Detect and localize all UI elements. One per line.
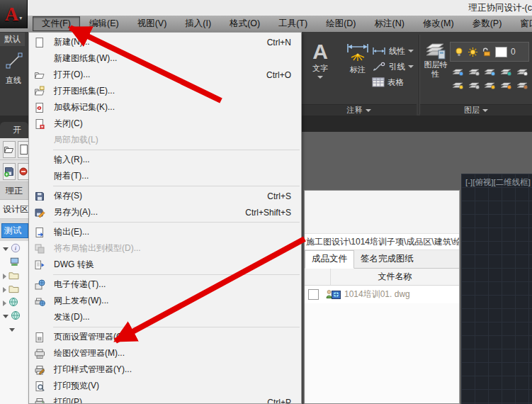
tree-node-3[interactable] — [0, 283, 28, 296]
annotate-panel-label[interactable]: 注释 — [301, 104, 417, 116]
chevron-down-icon — [366, 109, 371, 112]
menu-separator — [53, 327, 300, 327]
menu-item-18[interactable]: 电子传递(T)... — [29, 276, 301, 293]
layer-state-control[interactable]: 0 — [450, 42, 529, 62]
menu-item-19[interactable]: 网上发布(W)... — [29, 293, 301, 309]
tree-node-2[interactable] — [0, 269, 28, 283]
layer-panel-label[interactable]: 图层 — [420, 104, 532, 116]
tree-collapsed-icon[interactable] — [3, 301, 6, 306]
menu-item-8[interactable]: 输入(R)... — [29, 152, 301, 168]
menubar-item-8[interactable]: 修改(M) — [414, 16, 463, 31]
menu-bar: 文件(F)编辑(E)视图(V)插入(I)格式(O)工具(T)绘图(D)标注(N)… — [0, 16, 532, 32]
layer-tool-icon-6[interactable] — [466, 79, 482, 90]
current-layer-name: 0 — [511, 47, 516, 57]
line-tool-icon[interactable] — [5, 52, 28, 73]
layer-color-swatch — [495, 47, 507, 57]
menu-item-23[interactable]: 绘图仪管理器(M)... — [29, 345, 301, 361]
file-row-0[interactable]: 1014培训01. dwg — [305, 286, 459, 303]
menubar-item-9[interactable]: 参数(P) — [463, 16, 511, 31]
tree-expanded-icon[interactable] — [9, 328, 15, 332]
layer-tool-icon-5[interactable] — [450, 79, 466, 90]
save-add-button[interactable] — [3, 163, 16, 180]
menu-item-label: 输入(R)... — [54, 154, 90, 166]
menu-item-4[interactable]: 加载标记集(K)... — [29, 99, 301, 116]
menu-item-20[interactable]: 发送(D)... — [29, 309, 301, 325]
tree-node-1[interactable] — [0, 256, 28, 269]
menu-item-14[interactable]: 输出(E)... — [29, 224, 301, 240]
viewport-controls[interactable]: [-][俯视][二维线框] — [461, 174, 532, 188]
menu-item-15: 将布局输出到模型(D)... — [29, 240, 301, 257]
tree-collapsed-icon[interactable] — [3, 287, 6, 293]
tree-node-5[interactable] — [0, 310, 28, 323]
menubar-item-1[interactable]: 编辑(E) — [80, 16, 128, 31]
panel-tab-1[interactable]: 签名完成图纸 — [354, 251, 420, 268]
menu-item-12[interactable]: 另存为(A)...Ctrl+Shift+S — [29, 204, 301, 220]
chevron-down-icon — [408, 65, 414, 68]
menubar-item-0[interactable]: 文件(F) — [33, 16, 80, 31]
menu-item-25[interactable]: 打印预览(V) — [29, 378, 301, 394]
text-A-icon: A — [312, 40, 328, 63]
layer-tool-icon-1[interactable] — [466, 66, 482, 77]
left-side-strip: 开 理正 设计区 测试 i — [0, 116, 28, 404]
selected-tree-node[interactable]: 测试 — [1, 223, 28, 238]
table-button[interactable]: 表格 — [372, 76, 414, 89]
layout-model-icon — [34, 243, 48, 254]
tree-expanded-icon[interactable] — [3, 315, 9, 318]
filename-column-header: 文件名称 — [331, 271, 459, 283]
layer-tool-icon-0[interactable] — [450, 66, 466, 77]
layer-tool-icon-4[interactable] — [514, 66, 531, 77]
dimension-button[interactable]: 标注 — [345, 42, 370, 75]
app-logo[interactable]: A▾ — [0, 0, 28, 28]
start-tab[interactable]: 开 — [0, 122, 28, 138]
menu-item-11[interactable]: 保存(S)Ctrl+S — [29, 188, 301, 204]
panel-tab-0[interactable]: 成品文件 — [305, 250, 354, 269]
folder-sheet-icon — [34, 86, 48, 97]
web-publish-icon — [34, 296, 48, 307]
menu-item-24[interactable]: 打印样式管理器(Y)... — [29, 361, 301, 378]
menu-item-5[interactable]: 关闭(C) — [29, 116, 301, 132]
block-red-button[interactable] — [18, 163, 28, 180]
export-icon — [34, 227, 48, 238]
ribbon-tab-default[interactable]: 默认 — [0, 33, 25, 46]
tree-node-4[interactable] — [0, 296, 28, 310]
menu-separator — [53, 186, 300, 186]
file-checkbox[interactable] — [308, 289, 319, 300]
menu-item-label: 输出(E)... — [54, 226, 89, 238]
tree-node-0[interactable]: i — [0, 242, 28, 256]
layer-tool-icon-8[interactable] — [498, 79, 514, 90]
menu-item-0[interactable]: 新建(N)...Ctrl+N — [29, 34, 301, 50]
leader-button[interactable]: 引线 — [372, 60, 414, 73]
layer-tool-icon-2[interactable] — [482, 66, 499, 77]
tree-node-6[interactable] — [0, 323, 28, 337]
menu-item-22[interactable]: 页面设置管理器(G) — [29, 329, 301, 345]
layer-tool-icon-7[interactable] — [482, 79, 499, 90]
layer-properties-label: 图层特性 — [424, 60, 448, 79]
menu-item-16[interactable]: DWG 转换 — [29, 257, 301, 273]
menubar-item-6[interactable]: 绘图(D) — [317, 16, 365, 31]
menu-item-26[interactable]: 打印(P)...Ctrl+P — [29, 394, 301, 404]
menubar-item-3[interactable]: 插入(I) — [176, 16, 220, 31]
layer-tool-icon-3[interactable] — [498, 66, 514, 77]
open-folder-button[interactable] — [3, 141, 16, 158]
blank-icon — [34, 135, 48, 146]
layer-tool-icon-9[interactable] — [514, 79, 531, 90]
print-preview-icon — [34, 381, 48, 392]
tree-expanded-icon[interactable] — [3, 247, 9, 251]
layer-properties-button[interactable]: 图层特性 — [423, 42, 448, 79]
menubar-item-7[interactable]: 标注(N) — [366, 16, 414, 31]
menubar-item-10[interactable]: 窗口(W) — [511, 16, 532, 31]
drawing-viewport[interactable]: [-][俯视][二维线框] — [461, 174, 532, 404]
menubar-item-2[interactable]: 视图(V) — [128, 16, 176, 31]
text-button[interactable]: A 文字 — [312, 40, 328, 79]
menubar-item-5[interactable]: 工具(T) — [269, 16, 317, 31]
menu-item-9[interactable]: 附着(T)... — [29, 168, 301, 184]
menu-item-1[interactable]: 新建图纸集(W)... — [29, 50, 301, 67]
menu-item-2[interactable]: 打开(O)...Ctrl+O — [29, 67, 301, 83]
design-area-tab[interactable]: 设计区 — [0, 200, 28, 219]
tree-collapsed-icon[interactable] — [3, 274, 6, 279]
menubar-item-4[interactable]: 格式(O) — [220, 16, 269, 31]
menu-item-3[interactable]: 打开图纸集(E)... — [29, 83, 301, 99]
menu-item-shortcut: Ctrl+O — [266, 70, 291, 80]
linear-dim-button[interactable]: 线性 — [372, 45, 414, 57]
new-doc-button[interactable] — [18, 141, 28, 158]
